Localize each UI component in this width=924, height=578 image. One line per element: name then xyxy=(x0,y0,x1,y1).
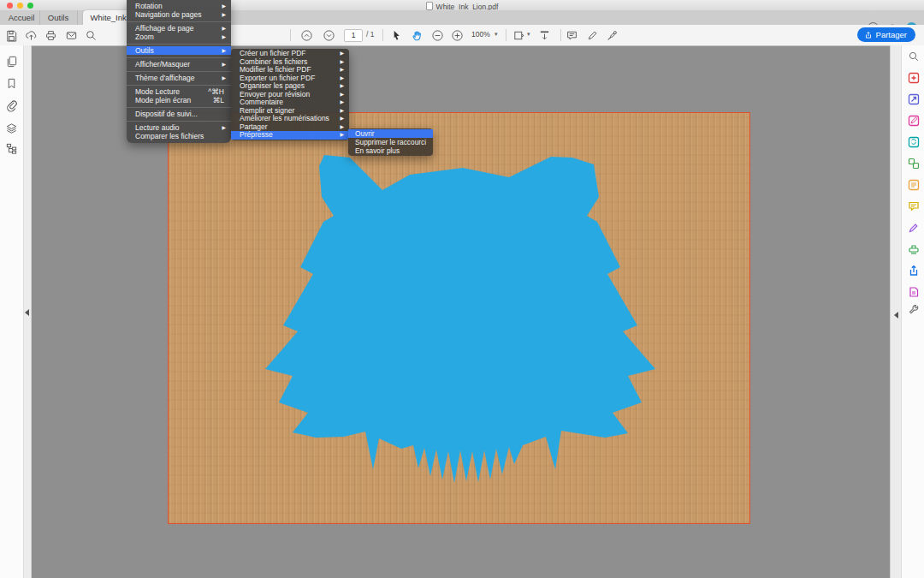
chevron-down-icon[interactable]: ▾ xyxy=(495,31,498,38)
upload-cloud-icon[interactable] xyxy=(25,29,38,42)
menu-item-tracker[interactable]: Dispositif de suivi... xyxy=(127,110,231,118)
menu-item-page-display[interactable]: Affichage de page▶ xyxy=(127,24,231,33)
comment-icon[interactable] xyxy=(566,29,578,42)
highlight-pencil-icon[interactable] xyxy=(586,29,599,42)
toolbar-divider xyxy=(506,29,506,41)
menu-item-read-aloud[interactable]: Lecture audio▶ xyxy=(127,123,231,132)
previous-page-icon[interactable] xyxy=(300,29,313,42)
comment-tool-icon[interactable] xyxy=(908,200,920,212)
submenu-arrow-icon: ▶ xyxy=(222,46,226,55)
attachments-icon[interactable] xyxy=(5,99,18,112)
enhance-scans-icon[interactable] xyxy=(908,136,920,148)
collapse-right-pane-icon[interactable] xyxy=(894,312,898,319)
menu-separator xyxy=(127,85,231,86)
organize-pages-icon[interactable] xyxy=(908,179,920,191)
bookmarks-icon[interactable] xyxy=(5,77,18,90)
left-pane-splitter[interactable] xyxy=(24,45,32,578)
menu-item-rotation[interactable]: Rotation▶ xyxy=(127,2,231,10)
toolbar-divider xyxy=(290,29,291,41)
submenu-arrow-icon: ▶ xyxy=(340,131,344,140)
tab-home[interactable]: Accueil xyxy=(3,10,40,25)
share-button[interactable]: Partager xyxy=(857,27,915,42)
edit-pdf-icon[interactable] xyxy=(908,115,920,127)
tools-submenu: Créer un fichier PDF▶ Combiner les fichi… xyxy=(231,49,349,140)
menu-separator xyxy=(127,107,231,108)
submenu-item-prepress[interactable]: Prépresse▶ xyxy=(231,131,349,140)
right-pane-splitter[interactable] xyxy=(890,45,902,578)
menu-separator xyxy=(127,21,231,22)
fit-width-icon[interactable] xyxy=(538,29,551,42)
submenu-arrow-icon: ▶ xyxy=(340,115,344,123)
content-structure-icon[interactable] xyxy=(5,142,18,155)
menu-separator xyxy=(127,44,231,45)
submenu-arrow-icon: ▶ xyxy=(222,2,226,10)
menu-item-read-mode[interactable]: Mode Lecture^⌘H xyxy=(127,87,231,96)
submenu-arrow-icon: ▶ xyxy=(340,98,344,107)
search-icon[interactable] xyxy=(85,29,98,42)
toolbar-divider xyxy=(382,29,383,41)
hand-tool-icon[interactable] xyxy=(411,29,424,42)
submenu-arrow-icon: ▶ xyxy=(340,58,344,67)
menu-item-tools[interactable]: Outils▶ xyxy=(127,46,231,55)
export-pdf-icon[interactable] xyxy=(908,93,920,105)
submenu-arrow-icon: ▶ xyxy=(222,33,226,41)
shortcut-label: ^⌘H xyxy=(208,87,224,96)
share-icon xyxy=(864,31,873,39)
navigation-pane xyxy=(0,45,24,578)
print-icon[interactable] xyxy=(44,29,57,42)
collapse-left-pane-icon[interactable] xyxy=(25,309,29,316)
zoom-out-icon[interactable] xyxy=(431,29,444,42)
chevron-down-icon[interactable]: ▾ xyxy=(527,31,530,38)
menu-separator xyxy=(127,71,231,72)
select-tool-icon[interactable] xyxy=(390,29,403,42)
share-file-icon[interactable] xyxy=(908,265,920,277)
search-tools-icon[interactable] xyxy=(908,51,920,63)
menu-item-compare-files[interactable]: Comparer les fichiers xyxy=(127,132,231,140)
submenu-arrow-icon: ▶ xyxy=(340,50,344,58)
fill-sign-tool-icon[interactable] xyxy=(908,222,920,234)
page-total-label: / 1 xyxy=(366,30,374,39)
more-tools-wrench-icon[interactable] xyxy=(908,303,920,315)
page-display-icon[interactable] xyxy=(512,29,525,42)
submenu-item-remove-shortcut[interactable]: Supprimer le raccourci xyxy=(348,138,433,146)
tab-tools[interactable]: Outils xyxy=(39,10,78,25)
prepress-submenu: Ouvrir Supprimer le raccourci En savoir … xyxy=(348,128,433,156)
toolbar-divider xyxy=(560,29,561,41)
submenu-arrow-icon: ▶ xyxy=(340,107,344,116)
create-pdf-icon[interactable] xyxy=(908,72,920,84)
menu-separator xyxy=(127,121,231,122)
zoom-level-dropdown[interactable]: 100% xyxy=(471,30,490,39)
acrobat-window: White_Ink_Lion.pdf Accueil Outils White_… xyxy=(0,0,924,578)
shortcut-label: ⌘L xyxy=(213,96,224,104)
submenu-item-open[interactable]: Ouvrir xyxy=(348,129,433,138)
menu-item-display-theme[interactable]: Thème d'affichage▶ xyxy=(127,74,231,82)
fill-sign-pen-icon[interactable] xyxy=(606,29,619,42)
pdf-page[interactable] xyxy=(168,112,750,524)
submenu-arrow-icon: ▶ xyxy=(222,74,226,82)
email-icon[interactable] xyxy=(65,29,78,42)
submenu-arrow-icon: ▶ xyxy=(222,10,226,19)
tools-pane xyxy=(901,45,924,578)
submenu-arrow-icon: ▶ xyxy=(222,24,226,33)
submenu-arrow-icon: ▶ xyxy=(340,123,344,132)
submenu-arrow-icon: ▶ xyxy=(222,123,226,132)
layers-icon[interactable] xyxy=(5,122,18,134)
submenu-arrow-icon: ▶ xyxy=(340,66,344,74)
save-icon[interactable] xyxy=(5,29,18,42)
submenu-item-learn-more[interactable]: En savoir plus xyxy=(348,146,433,155)
submenu-arrow-icon: ▶ xyxy=(340,82,344,91)
combine-files-icon[interactable] xyxy=(908,158,920,170)
next-page-icon[interactable] xyxy=(323,29,335,42)
page-number-input[interactable]: 1 xyxy=(344,29,363,42)
page-thumbnails-icon[interactable] xyxy=(5,55,18,68)
menu-item-show-hide[interactable]: Afficher/Masquer▶ xyxy=(127,60,231,69)
zoom-in-icon[interactable] xyxy=(451,29,464,42)
submenu-arrow-icon: ▶ xyxy=(222,60,226,69)
menu-separator xyxy=(127,57,231,58)
menu-item-page-navigation[interactable]: Navigation de pages▶ xyxy=(127,10,231,19)
protect-icon[interactable] xyxy=(908,286,920,298)
stamp-tool-icon[interactable] xyxy=(908,243,920,255)
menu-item-zoom[interactable]: Zoom▶ xyxy=(127,33,231,41)
menu-item-full-screen[interactable]: Mode plein écran⌘L xyxy=(127,96,231,104)
submenu-arrow-icon: ▶ xyxy=(340,74,344,83)
